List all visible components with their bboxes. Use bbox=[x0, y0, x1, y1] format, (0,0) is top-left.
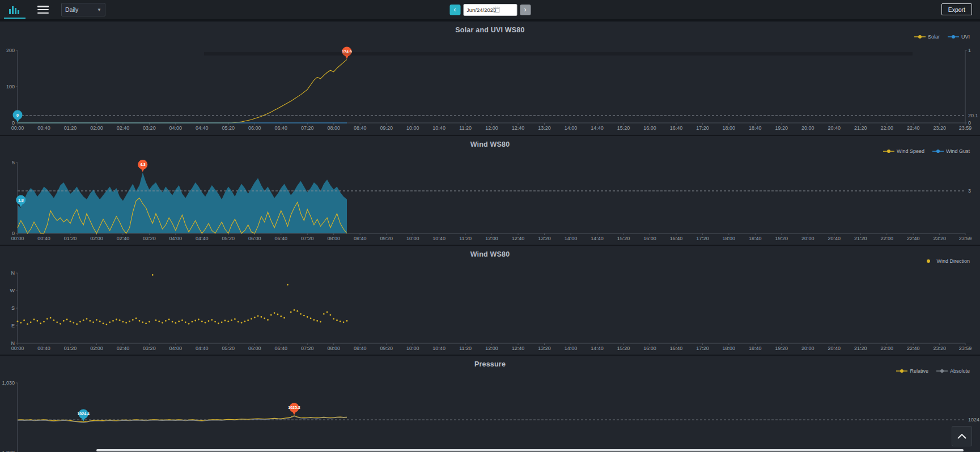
wind-direction-point bbox=[267, 319, 269, 321]
wind-speed-chart-panel: Wind WS80 Wind SpeedWind Gust 50300:0000… bbox=[0, 135, 980, 246]
legend-marker-icon bbox=[936, 369, 948, 373]
x-tick-label: 14:40 bbox=[591, 346, 604, 351]
legend-item-uvi[interactable]: UVI bbox=[948, 34, 970, 40]
wind-direction-point bbox=[99, 321, 101, 322]
legend-label: Wind Direction bbox=[936, 258, 970, 264]
x-tick-label: 00:40 bbox=[37, 236, 50, 241]
wind-direction-point bbox=[247, 319, 249, 321]
wind-direction-point bbox=[310, 318, 312, 319]
menu-icon[interactable] bbox=[37, 6, 49, 14]
legend-item-wind-gust[interactable]: Wind Gust bbox=[932, 148, 970, 154]
x-tick-label: 13:20 bbox=[538, 125, 551, 131]
x-tick-label: 14:40 bbox=[591, 236, 604, 241]
x-tick-label: 12:00 bbox=[485, 346, 498, 351]
x-tick-label: 01:20 bbox=[64, 236, 77, 241]
x-tick-label: 20:00 bbox=[801, 236, 814, 241]
wind-direction-point bbox=[73, 322, 74, 323]
wind-direction-point bbox=[86, 318, 88, 320]
wind-direction-point bbox=[346, 320, 348, 322]
y-tick-label: 5 bbox=[12, 160, 15, 165]
x-tick-label: 02:40 bbox=[117, 236, 130, 241]
x-tick-label: 04:40 bbox=[196, 236, 209, 241]
chart-title: Wind WS80 bbox=[0, 250, 980, 258]
wind-direction-plot-area[interactable]: NWSEN00:0000:4001:2002:0002:4003:2004:00… bbox=[0, 246, 980, 356]
wind-direction-point bbox=[70, 321, 71, 322]
x-tick-label: 22:40 bbox=[907, 125, 920, 131]
pressure-plot-area[interactable]: 1,0301,0201024.71024.41025.3 bbox=[0, 356, 980, 452]
wind-direction-point bbox=[112, 320, 114, 322]
x-tick-label: 00:00 bbox=[11, 346, 24, 351]
x-tick-label: 14:40 bbox=[591, 125, 604, 131]
max-value-pin: 4.3 bbox=[138, 160, 147, 172]
y-tick-label: 1,030 bbox=[2, 380, 15, 386]
legend-item-wind-speed[interactable]: Wind Speed bbox=[883, 148, 924, 154]
x-tick-label: 11:20 bbox=[459, 346, 472, 351]
legend-item-solar[interactable]: Solar bbox=[914, 34, 940, 40]
period-select[interactable]: Daily ▼ bbox=[61, 3, 105, 16]
wind-direction-point bbox=[162, 322, 163, 323]
app-logo[interactable] bbox=[0, 0, 29, 19]
x-tick-label: 18:40 bbox=[749, 125, 762, 131]
export-button[interactable]: Export bbox=[941, 3, 972, 15]
x-tick-label: 22:00 bbox=[880, 236, 893, 241]
horizontal-scrollbar[interactable] bbox=[96, 449, 964, 451]
wind-direction-point bbox=[89, 320, 91, 322]
wind-direction-point bbox=[316, 320, 318, 322]
wind-direction-point bbox=[142, 321, 143, 323]
legend-label: UVI bbox=[961, 34, 970, 40]
wind-direction-point bbox=[198, 319, 200, 321]
x-tick-label: 02:00 bbox=[90, 346, 103, 351]
x-tick-label: 18:00 bbox=[723, 236, 736, 241]
wind-direction-point bbox=[149, 321, 150, 323]
next-day-button[interactable]: › bbox=[520, 5, 531, 15]
x-tick-label: 02:00 bbox=[90, 236, 103, 241]
x-tick-label: 18:00 bbox=[723, 125, 736, 131]
x-tick-label: 22:40 bbox=[907, 236, 920, 241]
legend-marker-icon bbox=[948, 35, 959, 39]
x-tick-label: 10:00 bbox=[406, 346, 419, 351]
wind-direction-point bbox=[264, 318, 265, 319]
wind-direction-point bbox=[20, 322, 22, 323]
solar-uvi-plot-area[interactable]: 20010001020.100:0000:4001:2002:0002:4003… bbox=[0, 22, 980, 136]
wind-direction-point bbox=[83, 319, 84, 321]
date-navigation: ‹ › bbox=[449, 4, 531, 16]
gridline-shade bbox=[204, 52, 913, 56]
x-tick-label: 16:00 bbox=[643, 236, 656, 241]
max-value-pin: 1025.3 bbox=[288, 403, 300, 415]
x-tick-label: 18:40 bbox=[749, 236, 762, 241]
x-tick-label: 07:20 bbox=[301, 236, 314, 241]
x-tick-label: 02:00 bbox=[90, 125, 103, 131]
x-tick-label: 03:20 bbox=[143, 346, 156, 351]
x-tick-label: 09:20 bbox=[380, 125, 393, 131]
x-tick-label: 11:20 bbox=[459, 236, 472, 241]
wind-direction-point bbox=[40, 323, 41, 325]
chart-legend: Wind SpeedWind Gust bbox=[883, 148, 970, 154]
date-input[interactable] bbox=[463, 4, 517, 16]
legend-item-relative[interactable]: Relative bbox=[896, 368, 928, 374]
period-select-value: Daily bbox=[65, 6, 78, 13]
wind-direction-point bbox=[192, 321, 193, 323]
wind-speed-plot-area[interactable]: 50300:0000:4001:2002:0002:4003:2004:0004… bbox=[0, 136, 980, 246]
wind-direction-point bbox=[188, 323, 190, 325]
wind-direction-point bbox=[211, 319, 213, 321]
wind-direction-point bbox=[106, 324, 108, 326]
x-tick-label: 23:59 bbox=[959, 236, 972, 241]
legend-item-absolute[interactable]: Absolute bbox=[936, 368, 970, 374]
scroll-to-top-button[interactable] bbox=[952, 426, 972, 446]
legend-item-wind-direction[interactable]: Wind Direction bbox=[923, 258, 970, 264]
wind-direction-point bbox=[254, 317, 256, 318]
y-tick-label: E bbox=[11, 323, 15, 329]
svg-text:1024.4: 1024.4 bbox=[77, 412, 90, 416]
chart-title: Solar and UVI WS80 bbox=[0, 26, 980, 34]
x-tick-label: 17:20 bbox=[696, 346, 709, 351]
x-tick-label: 08:00 bbox=[327, 125, 340, 131]
x-tick-label: 19:20 bbox=[775, 125, 788, 131]
wind-direction-point bbox=[178, 321, 180, 322]
wind-direction-point bbox=[125, 322, 127, 323]
x-tick-label: 08:00 bbox=[327, 236, 340, 241]
previous-day-button[interactable]: ‹ bbox=[449, 5, 460, 15]
wind-direction-point bbox=[43, 321, 45, 323]
legend-marker-icon bbox=[914, 35, 926, 39]
x-tick-label: 22:00 bbox=[880, 346, 893, 351]
x-tick-label: 21:20 bbox=[854, 236, 867, 241]
